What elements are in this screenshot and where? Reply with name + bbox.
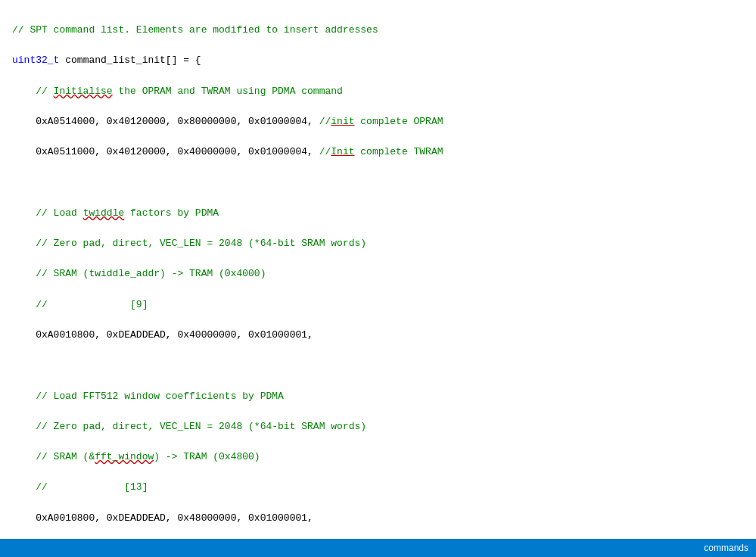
status-bar: commands [0, 539, 756, 557]
line-10-comment: // [9] [12, 299, 148, 310]
line-5-data: 0xA0511000, 0x40120000, 0x40000000, 0x01… [12, 146, 443, 157]
line-9-comment: // SRAM (twiddle_addr) -> TRAM (0x4000) [12, 268, 266, 279]
line-4-data: 0xA0514000, 0x40120000, 0x80000000, 0x01… [12, 116, 443, 127]
line-16-comment: // [13] [12, 481, 148, 493]
line-3-comment: // Initialise the OPRAM and TWRAM using … [12, 86, 343, 97]
line-15-comment: // SRAM (&fft_window) -> TRAM (0x4800) [12, 451, 260, 462]
line-7-comment: // Load twiddle factors by PDMA [12, 207, 219, 219]
line-8-comment: // Zero pad, direct, VEC_LEN = 2048 (*64… [12, 238, 366, 249]
code-editor: // SPT command list. Elements are modifi… [12, 8, 744, 557]
line-11-data: 0xA0010800, 0xDEADDEAD, 0x40000000, 0x01… [12, 329, 313, 341]
line-17-data: 0xA0010800, 0xDEADDEAD, 0x48000000, 0x01… [12, 512, 313, 524]
line-13-comment: // Load FFT512 window coefficients by PD… [12, 391, 284, 402]
line-14-comment: // Zero pad, direct, VEC_LEN = 2048 (*64… [12, 421, 366, 432]
line-1-comment: // SPT command list. Elements are modifi… [12, 24, 378, 36]
line-2-declaration: uint32_t command_list_init[] = { [12, 54, 201, 66]
commands-label: commands [704, 541, 748, 555]
